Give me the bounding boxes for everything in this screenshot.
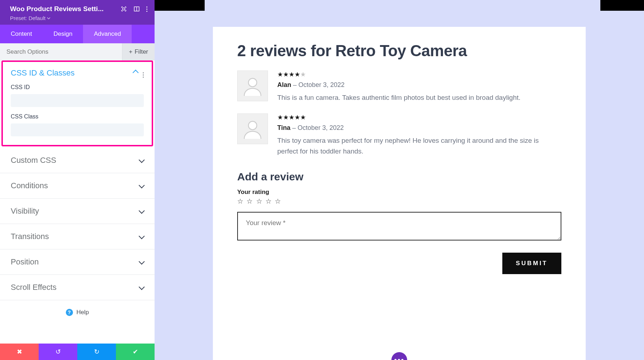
- ellipsis-icon: •••: [394, 355, 404, 360]
- chevron-down-icon: [140, 233, 144, 240]
- panel-title: CSS ID & Classes: [11, 68, 75, 78]
- svg-rect-0: [123, 8, 125, 10]
- chevron-down-icon: [140, 284, 144, 291]
- star-rating: ★★★★★: [277, 70, 561, 78]
- check-icon: ✔: [133, 348, 138, 356]
- panel-more-icon[interactable]: [143, 68, 144, 78]
- review-textarea[interactable]: [237, 212, 561, 240]
- svg-point-3: [248, 78, 257, 87]
- css-class-input[interactable]: [11, 123, 144, 136]
- canvas-topbar: [155, 0, 644, 11]
- panel-label: Custom CSS: [11, 156, 56, 165]
- chevron-down-icon: [140, 157, 144, 164]
- panel-position[interactable]: Position: [0, 249, 155, 275]
- module-fab[interactable]: •••: [391, 352, 407, 360]
- review-date: October 3, 2022: [298, 81, 345, 88]
- canvas-topbar-left-overlay: [155, 0, 205, 11]
- submit-button[interactable]: SUBMIT: [502, 253, 561, 274]
- search-input[interactable]: [0, 48, 122, 55]
- svg-point-4: [248, 121, 257, 130]
- panel-label: Position: [11, 257, 39, 267]
- css-id-label: CSS ID: [11, 84, 144, 91]
- tab-advanced[interactable]: Advanced: [83, 25, 132, 43]
- undo-icon: ↺: [55, 348, 61, 356]
- review-text: This is a fun camera. Takes authentic fi…: [277, 92, 561, 103]
- chevron-down-icon: [140, 208, 144, 214]
- panel-transitions[interactable]: Transitions: [0, 224, 155, 249]
- chevron-down-icon: [140, 259, 144, 265]
- star-rating: ★★★★★: [277, 113, 561, 121]
- preset-dropdown[interactable]: Preset: Default: [10, 15, 147, 21]
- review-date: October 3, 2022: [298, 124, 344, 131]
- avatar: [237, 70, 268, 101]
- filter-button[interactable]: + Filter: [122, 43, 155, 60]
- your-rating-label: Your rating: [237, 189, 561, 196]
- panel-css-id-classes: CSS ID & Classes CSS ID CSS Class: [1, 60, 153, 146]
- redo-icon: ↻: [94, 348, 99, 356]
- redo-button[interactable]: ↻: [77, 344, 116, 360]
- avatar: [237, 113, 268, 144]
- settings-tabs: Content Design Advanced: [0, 25, 155, 43]
- columns-icon[interactable]: [133, 6, 140, 12]
- rating-input[interactable]: ☆ ☆ ☆ ☆ ☆: [237, 197, 561, 205]
- filter-label: Filter: [135, 48, 148, 55]
- panel-label: Scroll Effects: [11, 283, 57, 292]
- panels-container: CSS ID & Classes CSS ID CSS Class Custom…: [0, 60, 155, 360]
- review-item: ★★★★★ Alan – October 3, 2022 This is a f…: [237, 70, 561, 103]
- reviews-heading: 2 reviews for Retro Toy Camera: [237, 42, 561, 60]
- search-bar: + Filter: [0, 43, 155, 60]
- canvas-topbar-right-overlay: [600, 0, 644, 11]
- review-item: ★★★★★ Tina – October 3, 2022 This toy ca…: [237, 113, 561, 156]
- canvas-surface: 2 reviews for Retro Toy Camera ★★★★★ Ala…: [155, 11, 644, 360]
- discard-button[interactable]: ✖: [0, 344, 39, 360]
- review-meta: Tina – October 3, 2022: [277, 124, 561, 132]
- help-label: Help: [77, 309, 89, 316]
- panel-label: Visibility: [11, 206, 39, 216]
- module-title: Woo Product Reviews Setti...: [10, 5, 103, 13]
- review-author: Alan: [277, 81, 291, 88]
- add-review-heading: Add a review: [237, 171, 561, 183]
- chevron-up-icon: [133, 70, 138, 76]
- panel-header-css[interactable]: CSS ID & Classes: [11, 68, 144, 78]
- canvas: 2 reviews for Retro Toy Camera ★★★★★ Ala…: [155, 0, 644, 360]
- css-id-input[interactable]: [11, 94, 144, 107]
- review-text: This toy camera was perfect for my nephe…: [277, 135, 561, 156]
- footer-actions: ✖ ↺ ↻ ✔: [0, 344, 155, 360]
- panel-label: Conditions: [11, 181, 48, 190]
- review-author: Tina: [277, 124, 291, 131]
- panel-scroll-effects[interactable]: Scroll Effects: [0, 275, 155, 300]
- panel-label: Transitions: [11, 232, 49, 241]
- panel-visibility[interactable]: Visibility: [0, 199, 155, 224]
- panel-custom-css[interactable]: Custom CSS: [0, 148, 155, 173]
- review-meta: Alan – October 3, 2022: [277, 81, 561, 89]
- titlebar: Woo Product Reviews Setti... Preset: Def…: [0, 0, 155, 25]
- tab-design[interactable]: Design: [43, 25, 83, 43]
- save-button[interactable]: ✔: [116, 344, 155, 360]
- expand-icon[interactable]: [121, 6, 127, 12]
- tab-content[interactable]: Content: [0, 25, 43, 43]
- reviews-module: 2 reviews for Retro Toy Camera ★★★★★ Ala…: [213, 27, 586, 360]
- settings-sidebar: Woo Product Reviews Setti... Preset: Def…: [0, 0, 155, 360]
- help-link[interactable]: ? Help: [0, 300, 155, 325]
- plus-icon: +: [129, 48, 132, 55]
- panel-conditions[interactable]: Conditions: [0, 173, 155, 199]
- css-class-label: CSS Class: [11, 113, 144, 120]
- close-icon: ✖: [17, 348, 22, 356]
- preset-label: Preset: Default: [10, 15, 45, 21]
- chevron-down-icon: [140, 183, 144, 189]
- help-icon: ?: [66, 309, 73, 316]
- more-icon[interactable]: [146, 6, 147, 12]
- undo-button[interactable]: ↺: [39, 344, 77, 360]
